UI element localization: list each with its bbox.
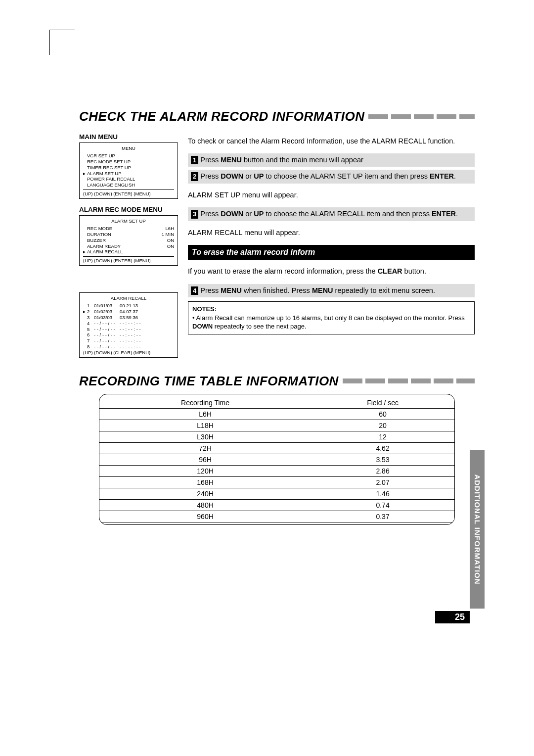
step-number: 3 [191,210,198,219]
table-row: 240H1.46 [99,488,454,499]
manual-page: CHECK THE ALARM RECORD INFORMATION MAIN … [0,0,534,756]
table-cell: 2.86 [311,465,454,476]
after-step-2: ALARM SET UP menu will appear. [188,190,475,200]
erase-text: If you want to erase the alarm record in… [188,267,475,277]
table-cell: 120H [99,465,311,476]
osd-menu-item: REC MODE SET UP [83,159,174,165]
osd-menu-item: DURATION1 MIN [83,232,174,237]
step-number: 2 [191,172,198,181]
table-cell: 0.37 [311,511,454,522]
osd-menu-item: LANGUAGE ENGLISH [83,182,174,188]
intro-text: To check or cancel the Alarm Record Info… [188,137,475,146]
table-header: Recording Time [99,397,311,409]
osd-menu-item: VCR SET UP [83,153,174,159]
osd-title: ALARM SET UP [83,218,174,224]
table-row: 168H2.07 [99,476,454,488]
main-menu-label: MAIN MENU [79,133,178,141]
step-2: 2Press DOWN or UP to choose the ALARM SE… [188,170,475,184]
table-cell: 96H [99,454,311,465]
table-cell: 3.53 [311,454,454,465]
table-row: L6H60 [99,408,454,420]
table-cell: 72H [99,442,311,454]
osd-title: MENU [83,145,174,151]
table-cell: 12 [311,431,454,442]
table-cell: 4.62 [311,442,454,454]
recording-time-table: Recording TimeField / sec L6H60L18H20L30… [99,397,454,522]
erase-heading: To erase the alarm record inform [188,245,475,260]
table-row: L18H20 [99,420,454,431]
notes-title: NOTES: [192,305,470,314]
table-cell: 480H [99,499,311,511]
osd-alarm-setup: ALARM SET UP REC MODEL6HDURATION1 MINBUZ… [79,215,178,266]
page-content: CHECK THE ALARM RECORD INFORMATION MAIN … [79,109,475,525]
osd-menu-item: ▸ALARM RECALL [83,249,174,255]
crop-mark [49,30,75,55]
step-3: 3Press DOWN or UP to choose the ALARM RE… [188,207,475,221]
table-cell: L18H [99,420,311,431]
osd-recall-row: 301/03/0303:59:36 [83,315,174,321]
alarm-rec-label: ALARM REC MODE MENU [79,206,178,213]
table-cell: 168H [99,476,311,488]
after-step-3: ALARM RECALL menu will appear. [188,228,475,238]
table-header: Field / sec [311,397,454,409]
step-4: 4Press MENU when finished. Press MENU re… [188,284,475,298]
osd-foot: (UP) (DOWN) (ENTER) (MENU) [83,189,174,197]
table-cell: 240H [99,488,311,499]
osd-recall-row: ▸201/02/0304:07:37 [83,309,174,315]
table-cell: L30H [99,431,311,442]
notes-box: NOTES: • Alarm Recall can memorize up to… [188,301,475,334]
table-row: 480H0.74 [99,499,454,511]
right-column: To check or cancel the Alarm Record Info… [188,129,475,365]
left-column: MAIN MENU MENU VCR SET UPREC MODE SET UP… [79,129,178,365]
osd-recall-row: 5- - / - - / - -- - : - - : - - [83,327,174,332]
step-number: 1 [191,156,198,165]
table-cell: L6H [99,408,311,420]
table-row: 72H4.62 [99,442,454,454]
step-number: 4 [191,286,198,295]
osd-menu-item: REC MODEL6H [83,226,174,232]
side-tab-label: ADDITIONAL INFORMATION [473,474,482,584]
page-number: 25 [435,611,470,623]
table-cell: 0.74 [311,499,454,511]
osd-recall-row: 7- - / - - / - -- - : - - : - - [83,338,174,344]
table-row: 120H2.86 [99,465,454,476]
osd-recall-row: 101/01/0300:21:13 [83,303,174,309]
two-column-layout: MAIN MENU MENU VCR SET UPREC MODE SET UP… [79,129,475,365]
section-heading-alarm: CHECK THE ALARM RECORD INFORMATION [79,109,475,124]
osd-menu-item: BUZZERON [83,237,174,243]
osd-recall-row: 6- - / - - / - -- - : - - : - - [83,332,174,338]
osd-menu-item: POWER FAIL RECALL [83,176,174,182]
osd-alarm-recall: ALARM RECALL 101/01/0300:21:13▸201/02/03… [79,292,178,358]
osd-menu-item: TIMER REC SET UP [83,165,174,171]
step-1: 1Press MENU button and the main menu wil… [188,153,475,167]
table-cell: 20 [311,420,454,431]
table-cell: 60 [311,408,454,420]
osd-main-menu: MENU VCR SET UPREC MODE SET UPTIMER REC … [79,142,178,199]
osd-menu-item: ▸ALARM SET UP [83,171,174,177]
heading-text: RECORDING TIME TABLE INFORMATION [79,374,339,389]
side-tab: ADDITIONAL INFORMATION [470,450,485,609]
table-row: 960H0.37 [99,511,454,522]
osd-menu-item: ALARM READYON [83,243,174,249]
table-cell: 1.46 [311,488,454,499]
table-row: L30H12 [99,431,454,442]
osd-foot: (UP) (DOWN) (ENTER) (MENU) [83,256,174,264]
osd-title: ALARM RECALL [83,295,174,301]
recording-time-table-wrap: Recording TimeField / sec L6H60L18H20L30… [79,394,475,525]
table-cell: 2.07 [311,476,454,488]
notes-body: • Alarm Recall can memorize up to 16 ala… [192,314,470,331]
osd-foot: (UP) (DOWN) (CLEAR) (MENU) [83,350,174,356]
heading-bars-icon [368,114,475,119]
osd-recall-row: 4- - / - - / - -- - : - - : - - [83,321,174,327]
table-row: 96H3.53 [99,454,454,465]
heading-text: CHECK THE ALARM RECORD INFORMATION [79,109,364,124]
table-cell: 960H [99,511,311,522]
heading-bars-icon [343,378,475,383]
section-heading-recording: RECORDING TIME TABLE INFORMATION [79,374,475,389]
osd-recall-row: 8- - / - - / - -- - : - - : - - [83,344,174,350]
